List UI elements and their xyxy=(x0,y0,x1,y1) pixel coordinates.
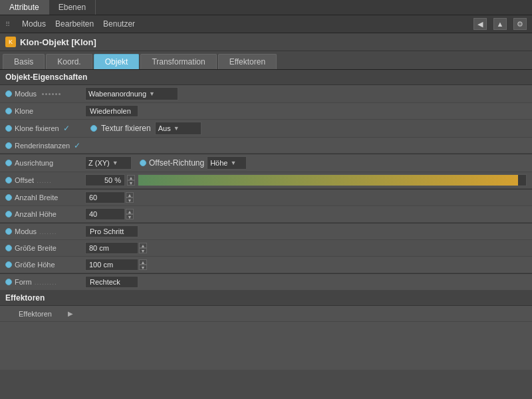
spin-anzahl-breite-up[interactable]: ▲ xyxy=(126,192,134,198)
prop-label-groesse-hoehe: Größe Höhe xyxy=(5,261,85,269)
prop-label-effektoren: Effektoren xyxy=(5,310,65,318)
prop-label-anzahl-hoehe: Anzahl Höhe xyxy=(5,210,85,218)
dropdown-textur-fix-arrow: ▼ xyxy=(174,125,180,132)
radio-anzahl-breite[interactable] xyxy=(5,194,12,201)
prop-label-modus-step: Modus ....... xyxy=(5,227,85,235)
radio-modus-step[interactable] xyxy=(5,228,12,235)
offset-bar-fill xyxy=(138,175,518,186)
spin-offset[interactable]: ▲ ▼ xyxy=(127,175,135,186)
prop-label-form: Form ......... xyxy=(5,278,85,286)
menu-benutzer[interactable]: Benutzer xyxy=(103,19,135,29)
radio-render[interactable] xyxy=(5,142,12,149)
tab-effektoren[interactable]: Effektoren xyxy=(218,54,277,69)
label-textur-fix: Textur fixieren xyxy=(101,124,151,133)
prop-label-modus: Modus xyxy=(5,90,85,98)
dropdown-offset-richtung[interactable]: Höhe ▼ xyxy=(207,156,247,170)
spin-groesse-breite-down[interactable]: ▼ xyxy=(139,248,147,253)
radio-groesse-hoehe[interactable] xyxy=(5,261,12,268)
label-groesse-hoehe: Größe Höhe xyxy=(15,261,55,269)
radio-klone-fix[interactable] xyxy=(5,125,12,132)
offset-dots: ...... xyxy=(37,177,52,184)
label-offset-richtung: Offset-Richtung xyxy=(149,158,204,168)
label-modus: Modus xyxy=(15,90,37,98)
modus-step-dots: ....... xyxy=(39,228,57,235)
nav-up-button[interactable]: ▲ xyxy=(493,18,507,30)
prop-row-modus: Modus Wabenanordnung ▼ xyxy=(0,85,532,103)
offset-bar-container[interactable] xyxy=(138,174,527,186)
input-anzahl-breite[interactable]: 60 xyxy=(85,192,125,203)
prop-label-klone: Klone xyxy=(5,107,85,115)
dropdown-ausrichtung-value: Z (XY) xyxy=(88,159,110,167)
spin-groesse-hoehe-up[interactable]: ▲ xyxy=(139,259,147,265)
dropdown-ausrichtung[interactable]: Z (XY) ▼ xyxy=(85,156,132,170)
input-groesse-breite[interactable]: 80 cm xyxy=(85,242,138,254)
prop-row-groesse-hoehe: Größe Höhe 100 cm ▲ ▼ xyxy=(0,257,532,273)
prop-row-klone: Klone Wiederholen xyxy=(0,103,532,120)
klone-value: Wiederholen xyxy=(85,105,138,117)
tab-attribute[interactable]: Attribute xyxy=(0,0,49,15)
form-value[interactable]: Rechteck xyxy=(85,276,138,288)
prop-row-effektoren: Effektoren ▶ xyxy=(0,306,532,322)
radio-form[interactable] xyxy=(5,279,12,285)
spin-groesse-breite[interactable]: ▲ ▼ xyxy=(139,243,147,253)
spin-anzahl-hoehe-down[interactable]: ▼ xyxy=(126,214,134,219)
prop-label-groesse-breite: Größe Breite xyxy=(5,244,85,252)
menu-modus[interactable]: Modus xyxy=(22,19,46,29)
prop-label-render: Renderinstanzen ✓ xyxy=(5,141,85,150)
tab-transformation[interactable]: Transformation xyxy=(140,54,216,69)
prop-row-modus-step: Modus ....... Pro Schritt xyxy=(0,223,532,240)
spin-anzahl-breite[interactable]: ▲ ▼ xyxy=(126,192,134,203)
radio-groesse-breite[interactable] xyxy=(5,245,12,251)
label-offset: Offset xyxy=(15,176,34,184)
settings-button[interactable]: ⚙ xyxy=(513,18,527,30)
nav-back-button[interactable]: ◀ xyxy=(473,18,487,30)
dropdown-modus-value: Wabenanordnung xyxy=(88,90,146,98)
input-groesse-hoehe[interactable]: 100 cm xyxy=(85,259,138,271)
page-title: Klon-Objekt [Klon] xyxy=(20,37,96,47)
effektoren-expand-arrow[interactable]: ▶ xyxy=(68,310,73,317)
label-groesse-breite: Größe Breite xyxy=(15,244,57,252)
prop-row-anzahl-breite: Anzahl Breite 60 ▲ ▼ xyxy=(0,190,532,206)
radio-anzahl-hoehe[interactable] xyxy=(5,211,12,217)
prop-row-anzahl-hoehe: Anzahl Höhe 40 ▲ ▼ xyxy=(0,206,532,223)
check-klone-fix[interactable]: ✓ xyxy=(63,124,70,133)
section-effektoren: Effektoren xyxy=(0,291,532,306)
label-anzahl-hoehe: Anzahl Höhe xyxy=(15,210,57,218)
check-render[interactable]: ✓ xyxy=(74,141,80,150)
input-anzahl-hoehe[interactable]: 40 xyxy=(85,208,125,220)
label-form: Form xyxy=(15,278,32,286)
tab-koord[interactable]: Koord. xyxy=(46,54,92,69)
spin-anzahl-hoehe-up[interactable]: ▲ xyxy=(126,209,134,214)
prop-row-offset: Offset ...... 50 % ▲ ▼ xyxy=(0,172,532,189)
dropdown-modus[interactable]: Wabenanordnung ▼ xyxy=(85,87,178,100)
tab-basis[interactable]: Basis xyxy=(3,54,45,69)
modus-step-value: Pro Schritt xyxy=(85,225,138,237)
prop-label-offset: Offset ...... xyxy=(5,176,85,184)
radio-offset-richtung[interactable] xyxy=(140,160,146,166)
dropdown-textur-fix[interactable]: Aus ▼ xyxy=(155,122,201,135)
spin-groesse-breite-up[interactable]: ▲ xyxy=(139,243,147,248)
label-ausrichtung: Ausrichtung xyxy=(15,159,53,167)
tab-ebenen[interactable]: Ebenen xyxy=(49,0,96,15)
dropdown-offset-richtung-arrow: ▼ xyxy=(230,160,236,166)
menu-bearbeiten[interactable]: Bearbeiten xyxy=(55,19,94,29)
tab-row: Basis Koord. Objekt Transformation Effek… xyxy=(0,51,532,70)
prop-row-ausrichtung: Ausrichtung Z (XY) ▼ Offset-Richtung Höh… xyxy=(0,154,532,172)
spin-groesse-hoehe[interactable]: ▲ ▼ xyxy=(139,259,147,270)
radio-ausrichtung[interactable] xyxy=(5,160,12,166)
label-render: Renderinstanzen xyxy=(15,142,70,150)
spin-anzahl-breite-down[interactable]: ▼ xyxy=(126,198,134,203)
spin-groesse-hoehe-down[interactable]: ▼ xyxy=(139,265,147,270)
radio-klone[interactable] xyxy=(5,108,12,114)
radio-modus[interactable] xyxy=(5,90,12,97)
prop-label-anzahl-breite: Anzahl Breite xyxy=(5,194,85,201)
tab-objekt[interactable]: Objekt xyxy=(94,54,140,69)
dots-separator xyxy=(42,93,61,95)
spin-offset-down[interactable]: ▼ xyxy=(127,180,135,186)
spin-anzahl-hoehe[interactable]: ▲ ▼ xyxy=(126,209,134,219)
input-offset[interactable]: 50 % xyxy=(85,174,125,186)
radio-offset[interactable] xyxy=(5,177,12,184)
label-effektoren: Effektoren xyxy=(19,310,52,318)
spin-offset-up[interactable]: ▲ xyxy=(127,175,135,180)
radio-textur-fix[interactable] xyxy=(90,125,97,132)
